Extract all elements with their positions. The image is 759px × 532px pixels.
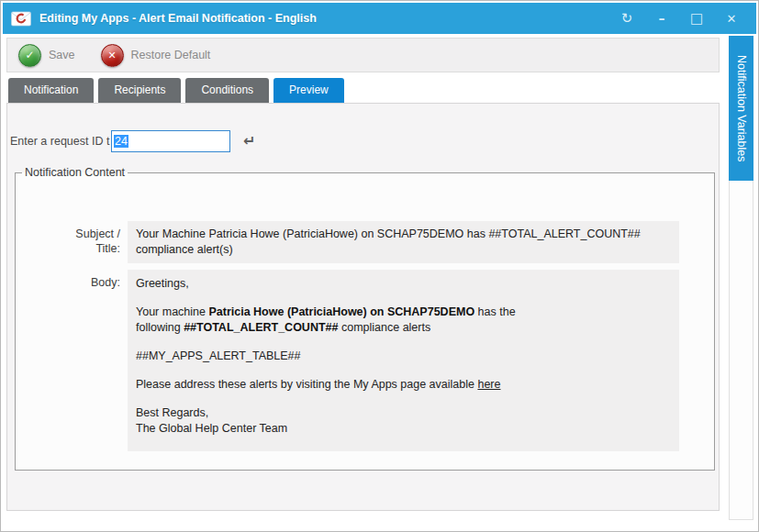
body-machine-line2: following ##TOTAL_ALERT_COUNT## complian… — [136, 320, 671, 336]
tab-bar: Notification Recipients Conditions Previ… — [8, 78, 344, 103]
maximize-icon[interactable]: □ — [679, 5, 714, 32]
save-button[interactable]: ✓ Save — [18, 44, 75, 67]
request-id-selected-value: 24 — [114, 135, 128, 148]
notification-content-legend: Notification Content — [22, 166, 128, 179]
tab-notification[interactable]: Notification — [8, 78, 94, 103]
subject-title-value: Your Machine Patricia Howe (PatriciaHowe… — [128, 221, 679, 263]
restore-default-button[interactable]: ✕ Restore Default — [101, 44, 211, 67]
dialog-window: Editing My Apps - Alert Email Notificati… — [0, 0, 759, 532]
body-cta: Please address these alerts by visiting … — [136, 377, 671, 393]
notification-content-groupbox: Notification Content Subject / Title: Yo… — [15, 166, 715, 471]
tab-recipients[interactable]: Recipients — [98, 78, 181, 103]
body-signoff: Best Regards, The Global Help Center Tea… — [136, 405, 671, 437]
titlebar: Editing My Apps - Alert Email Notificati… — [3, 3, 756, 34]
here-link[interactable]: here — [477, 378, 500, 391]
preview-tab-panel: Enter a request ID t 24 ↵ Notification C… — [6, 103, 720, 511]
notification-variables-tab[interactable]: Notification Variables — [729, 36, 753, 181]
window-title: Editing My Apps - Alert Email Notificati… — [39, 12, 609, 25]
body-machine-paragraph: Your machine Patricia Howe (PatriciaHowe… — [136, 305, 671, 336]
window-controls: ↻ – □ ✕ — [609, 5, 749, 32]
minimize-icon[interactable]: – — [644, 5, 679, 32]
restore-default-button-label: Restore Default — [131, 49, 211, 61]
body-value: Greetings, Your machine Patricia Howe (P… — [128, 270, 679, 451]
restore-x-icon: ✕ — [101, 44, 124, 67]
tab-conditions[interactable]: Conditions — [185, 78, 269, 103]
body-greeting: Greetings, — [136, 276, 671, 292]
body-alert-table-token: ##MY_APPS_ALERT_TABLE## — [136, 349, 671, 364]
tab-preview[interactable]: Preview — [273, 78, 344, 103]
save-check-icon: ✓ — [18, 44, 41, 67]
refresh-icon[interactable]: ↻ — [609, 5, 644, 32]
email-app-icon — [10, 10, 32, 27]
request-id-input[interactable]: 24 — [111, 130, 230, 152]
save-button-label: Save — [49, 49, 75, 61]
close-icon[interactable]: ✕ — [714, 5, 749, 32]
enter-arrow-icon: ↵ — [243, 134, 255, 149]
subject-title-label: Subject / Title: — [50, 227, 120, 256]
request-id-row: Enter a request ID t 24 ↵ — [10, 129, 255, 153]
request-id-label: Enter a request ID t — [10, 135, 111, 148]
toolbar: ✓ Save ✕ Restore Default — [6, 38, 720, 72]
body-machine-line1: Your machine Patricia Howe (PatriciaHowe… — [136, 305, 671, 320]
body-label: Body: — [50, 275, 120, 290]
